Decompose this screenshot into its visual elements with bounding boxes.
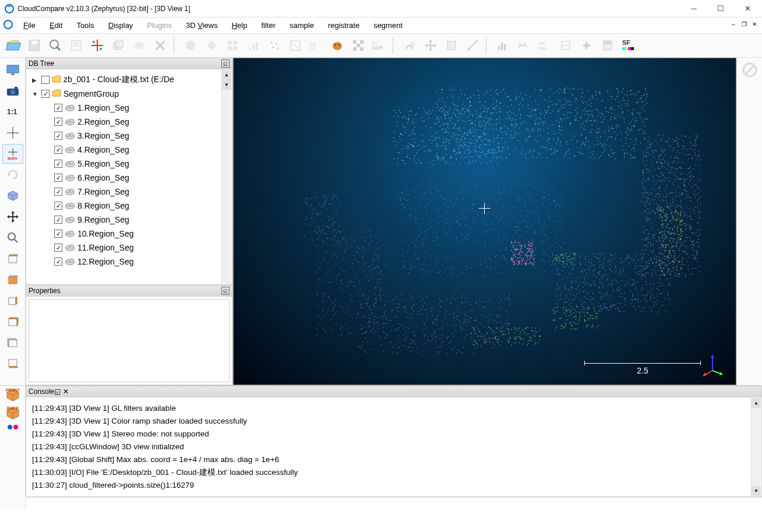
view-side-icon[interactable] bbox=[2, 291, 23, 311]
tree-region-item[interactable]: 8.Region_Seg bbox=[27, 199, 231, 213]
pick-button[interactable] bbox=[45, 36, 65, 55]
tree-region-item[interactable]: 5.Region_Seg bbox=[27, 157, 231, 171]
checkbox[interactable] bbox=[54, 202, 62, 210]
normals-button[interactable] bbox=[202, 36, 221, 55]
sf-color-button[interactable]: SF bbox=[619, 36, 638, 55]
tree-region-item[interactable]: 2.Region_Seg bbox=[27, 115, 231, 129]
checkbox[interactable] bbox=[54, 104, 62, 112]
sf-button[interactable] bbox=[244, 36, 263, 55]
tree-root-file[interactable]: ▶ zb_001 - Cloud-建模.txt (E:/De bbox=[27, 73, 231, 87]
checkbox[interactable] bbox=[54, 132, 62, 140]
close-button[interactable]: ✕ bbox=[734, 0, 761, 17]
sample-points-button[interactable] bbox=[264, 36, 284, 55]
dbtree-undock-button[interactable]: ◱ bbox=[221, 59, 230, 68]
menu-display[interactable]: Display bbox=[103, 19, 139, 32]
console-panel[interactable]: ▲▼ [11:29:43] [3D View 1] GL filters ava… bbox=[26, 397, 762, 497]
clone-button[interactable] bbox=[108, 36, 128, 55]
rotate-icon[interactable] bbox=[2, 165, 23, 185]
menu-segment[interactable]: segment bbox=[368, 19, 408, 32]
checkbox[interactable] bbox=[54, 118, 62, 126]
camera-button[interactable]: minmax bbox=[535, 36, 555, 55]
auto-center-icon[interactable]: auto bbox=[2, 144, 23, 164]
colors-button[interactable] bbox=[181, 36, 200, 55]
console-undock-button[interactable]: ◱ bbox=[54, 387, 61, 396]
menu-filter[interactable]: filter bbox=[255, 19, 281, 32]
console-close-button[interactable]: ✕ bbox=[63, 387, 69, 396]
checkbox[interactable] bbox=[41, 90, 50, 98]
view-bottom-icon[interactable] bbox=[2, 354, 23, 374]
menu-registrate[interactable]: registrate bbox=[322, 19, 365, 32]
mdi-close-button[interactable]: ✕ bbox=[749, 19, 760, 29]
checkbox[interactable] bbox=[54, 174, 62, 182]
menu-help[interactable]: Help bbox=[226, 19, 253, 32]
zoom-icon[interactable] bbox=[2, 228, 23, 248]
view-monitor-icon[interactable] bbox=[2, 60, 23, 80]
tree-region-item[interactable]: 7.Region_Seg bbox=[27, 185, 231, 199]
add-sf-button[interactable] bbox=[577, 36, 597, 55]
dbtree-scrollbar[interactable]: ▲▼ bbox=[221, 70, 231, 284]
properties-button[interactable] bbox=[66, 36, 86, 55]
menu-file[interactable]: File bbox=[17, 19, 41, 32]
stats-button[interactable]: μ,σ bbox=[514, 36, 534, 55]
menu-3dviews[interactable]: 3D Views bbox=[180, 19, 224, 32]
open-button[interactable] bbox=[3, 36, 23, 55]
view-top-icon[interactable] bbox=[2, 249, 23, 269]
tree-root-segmentgroup[interactable]: ▼ SegmentGroup bbox=[27, 87, 231, 101]
histogram-button[interactable] bbox=[493, 36, 513, 55]
maximize-button[interactable]: ☐ bbox=[707, 0, 734, 17]
menu-sample[interactable]: sample bbox=[284, 19, 320, 32]
checkbox[interactable] bbox=[54, 244, 62, 252]
one-to-one-icon[interactable]: 1:1 bbox=[2, 102, 23, 122]
mdi-minimize-button[interactable]: – bbox=[728, 19, 739, 29]
menu-plugins[interactable]: Plugins bbox=[141, 19, 178, 32]
menu-tools[interactable]: Tools bbox=[70, 19, 100, 32]
properties-undock-button[interactable]: ◱ bbox=[221, 287, 230, 295]
save-button[interactable] bbox=[24, 36, 44, 55]
menu-edit[interactable]: Edit bbox=[44, 19, 68, 32]
view-front-icon[interactable] bbox=[2, 270, 23, 290]
translate-button[interactable] bbox=[421, 36, 440, 55]
tree-region-item[interactable]: 11.Region_Seg bbox=[27, 241, 231, 255]
subsample-button[interactable] bbox=[285, 36, 305, 55]
checkbox[interactable] bbox=[54, 188, 62, 196]
minimize-button[interactable]: ─ bbox=[680, 0, 707, 17]
tree-region-item[interactable]: 12.Region_Seg bbox=[27, 255, 231, 269]
dbtree-panel[interactable]: ▲▼ ▶ zb_001 - Cloud-建模.txt (E:/De ▼ Segm… bbox=[26, 69, 232, 285]
console-scrollbar[interactable]: ▲▼ bbox=[751, 398, 761, 496]
center-icon[interactable] bbox=[2, 123, 23, 143]
tree-region-item[interactable]: 9.Region_Seg bbox=[27, 213, 231, 227]
tree-region-item[interactable]: 6.Region_Seg bbox=[27, 171, 231, 185]
checkbox[interactable] bbox=[54, 146, 62, 154]
viewport-3d[interactable]: 2.5 bbox=[233, 58, 736, 385]
point-picking-button[interactable] bbox=[87, 36, 107, 55]
checkbox[interactable] bbox=[54, 258, 62, 266]
crop-button[interactable] bbox=[442, 36, 461, 55]
collapse-icon[interactable]: ▼ bbox=[32, 91, 39, 97]
lion-icon[interactable] bbox=[327, 36, 347, 55]
segment-button[interactable] bbox=[400, 36, 419, 55]
checkbox[interactable] bbox=[54, 216, 62, 224]
view-back-icon[interactable] bbox=[2, 312, 23, 332]
view-iso2-icon[interactable]: BACK bbox=[5, 405, 21, 422]
flickr-icon[interactable] bbox=[6, 423, 19, 433]
measure-button[interactable] bbox=[463, 36, 482, 55]
view-left-icon[interactable] bbox=[2, 333, 23, 353]
calc-button[interactable] bbox=[598, 36, 618, 55]
filter-sf-button[interactable] bbox=[556, 36, 576, 55]
checkbox[interactable] bbox=[54, 230, 62, 238]
camera-icon[interactable] bbox=[2, 81, 23, 101]
tree-region-item[interactable]: 3.Region_Seg bbox=[27, 129, 231, 143]
sor-button[interactable]: CCSOR bbox=[369, 36, 389, 55]
checkerboard-icon[interactable] bbox=[348, 36, 368, 55]
cube-icon[interactable] bbox=[2, 186, 23, 206]
tree-region-item[interactable]: 1.Region_Seg bbox=[27, 101, 231, 115]
checkbox[interactable] bbox=[54, 160, 62, 168]
mdi-restore-button[interactable]: ❐ bbox=[739, 19, 749, 29]
expand-icon[interactable]: ▶ bbox=[32, 77, 39, 83]
merge-button[interactable] bbox=[129, 36, 149, 55]
octree-button[interactable] bbox=[223, 36, 242, 55]
delete-button[interactable] bbox=[150, 36, 170, 55]
checkbox[interactable] bbox=[41, 76, 50, 84]
cc-icon[interactable]: CCCC bbox=[306, 36, 326, 55]
view-iso1-icon[interactable]: FRONT bbox=[5, 387, 21, 404]
